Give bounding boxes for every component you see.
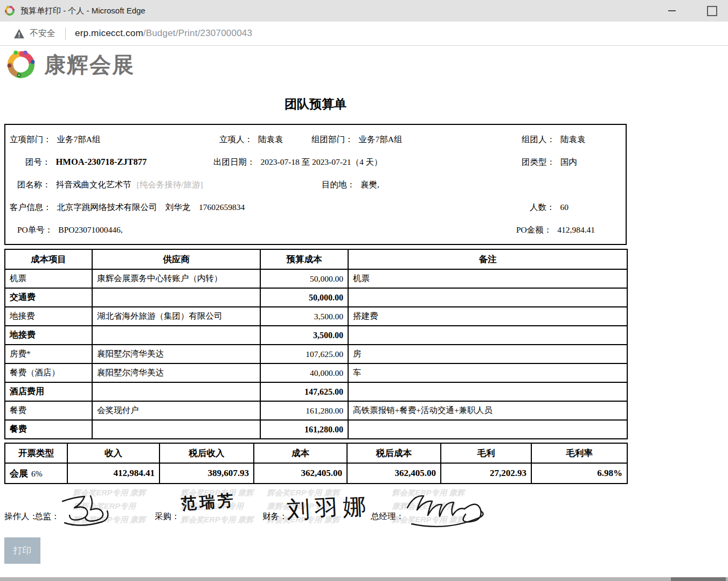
maximize-button[interactable] [701, 0, 723, 22]
cost-note [348, 382, 627, 401]
col-cost-after-tax: 税后成本 [347, 443, 441, 463]
cost-item: 酒店费用 [5, 382, 92, 401]
cost-supplier: 康辉会展票务中心转账户（内转） [92, 269, 260, 288]
cost-item: 餐费 [5, 420, 92, 439]
cost-item: 地接费 [5, 326, 92, 345]
cost-row: 餐费 会奖现付户 161,280.00 高铁票报销+餐费+活动交通+兼职人员 [5, 401, 627, 420]
info-customer: 客户信息：北京字跳网络技术有限公司 刘华龙 17602659834 [10, 201, 245, 213]
brand-name: 康辉会展 [44, 50, 135, 80]
minimize-button[interactable] [661, 0, 683, 22]
cost-supplier [92, 288, 260, 307]
cost-supplier [92, 382, 260, 401]
info-group-type: 团类型：国内 [522, 156, 577, 168]
cost-note [348, 288, 627, 307]
cost-row: 房费* 襄阳墅尔湾华美达 107,625.00 房 [5, 345, 627, 363]
address-bar[interactable]: 不安全 erp.micecct.com/Budget/Print/2307000… [0, 22, 728, 46]
browser-window: 预算单打印 - 个人 - Microsoft Edge 不安全 erp.mice… [0, 0, 728, 581]
info-group-dept: 组团部门：业务7部A组 [311, 134, 402, 145]
minimize-icon [668, 10, 676, 11]
info-project-dept: 立项部门：业务7部A组 [10, 134, 100, 145]
cost-note: 车 [348, 363, 627, 382]
cost-table: 成本项目 供应商 预算成本 备注 机票 康辉会展票务中心转账户（内转） 50,0… [4, 249, 628, 439]
cost-row: 地接费 湖北省海外旅游（集团）有限公司 3,500.00 搭建费 [5, 307, 627, 326]
cost-supplier [92, 326, 260, 345]
info-group-number: 团号：HMOA-230718-ZJT877 [25, 156, 147, 168]
director-signature [55, 487, 128, 533]
col-income-after-tax: 税后收入 [160, 443, 254, 463]
income-after-tax-cell: 389,607.93 [160, 463, 254, 484]
print-button[interactable]: 打印 [4, 537, 40, 564]
col-supplier: 供应商 [92, 249, 260, 269]
col-cost: 成本 [254, 443, 347, 463]
cost-subtotal-row: 餐费 161,280.00 [5, 420, 627, 439]
gross-profit-cell: 27,202.93 [441, 463, 531, 484]
cost-item: 房费* [5, 345, 92, 363]
cost-row: 机票 康辉会展票务中心转账户（内转） 50,000.00 机票 [5, 269, 627, 288]
gross-margin-cell: 6.98% [531, 463, 627, 484]
kanghui-logo-icon [4, 48, 38, 81]
income-cell: 412,984.41 [67, 463, 160, 484]
info-group-name: 团名称：抖音戏曲文化艺术节[纯会务接待/旅游] [17, 179, 203, 191]
col-invoice-type: 开票类型 [5, 443, 67, 463]
maximize-icon [707, 6, 717, 16]
group-name-tag: [纯会务接待/旅游] [137, 180, 203, 189]
purchase-label: 采购： [155, 511, 180, 522]
signature-section: 辉会奖ERP专用 康辉 康辉会奖ERP专用 辉会奖ERP专用 康辉 辉会奖ERP… [0, 485, 728, 535]
cost-amount: 161,280.00 [260, 401, 348, 420]
cost-amount: 50,000.00 [260, 288, 348, 307]
cost-supplier [92, 420, 260, 439]
info-destination: 目的地：襄樊, [322, 179, 379, 191]
cost-subtotal-row: 交通费 50,000.00 [5, 288, 627, 307]
app-favicon-icon [4, 5, 16, 17]
info-headcount: 人数：60 [530, 201, 568, 213]
summary-data-row: 会展6% 412,984.41 389,607.93 362,405.00 36… [5, 463, 627, 484]
col-budget-cost: 预算成本 [260, 249, 348, 269]
window-title: 预算单打印 - 个人 - Microsoft Edge [20, 6, 145, 16]
url-domain: erp.micecct.com [75, 28, 143, 38]
horizontal-scrollbar-thumb[interactable] [671, 577, 726, 581]
cost-supplier: 襄阳墅尔湾华美达 [92, 363, 260, 382]
cost-item: 交通费 [5, 288, 92, 307]
invoice-rate: 6% [31, 469, 43, 478]
info-trip-dates: 出团日期：2023-07-18 至 2023-07-21（4 天） [213, 156, 383, 168]
cost-subtotal-row: 地接费 3,500.00 [5, 326, 627, 345]
cost-after-tax-cell: 362,405.00 [347, 463, 441, 484]
col-note: 备注 [348, 249, 627, 269]
col-gross-profit: 毛利 [441, 443, 531, 463]
cost-supplier: 会奖现付户 [92, 401, 260, 420]
cost-amount: 161,280.00 [260, 420, 348, 439]
cost-note: 高铁票报销+餐费+活动交通+兼职人员 [348, 401, 627, 420]
info-group-owner: 组团人：陆袁袁 [522, 134, 586, 145]
cost-amount: 3,500.00 [260, 307, 348, 326]
cost-note: 房 [348, 345, 627, 363]
summary-header-row: 开票类型 收入 税后收入 成本 税后成本 毛利 毛利率 [5, 443, 627, 463]
cost-note: 搭建费 [348, 307, 627, 326]
security-status-label: 不安全 [30, 28, 56, 39]
finance-signature: 刘羽娜 [286, 491, 372, 526]
document-title: 团队预算单 [4, 96, 627, 113]
cost-item: 地接费 [5, 307, 92, 326]
col-gross-margin: 毛利率 [531, 443, 627, 463]
not-secure-warning-icon[interactable] [13, 29, 25, 39]
cost-item: 餐费 [5, 401, 92, 420]
cost-note: 机票 [348, 269, 627, 288]
url-text[interactable]: erp.micecct.com/Budget/Print/2307000043 [75, 28, 252, 39]
gm-signature [399, 485, 496, 533]
trip-info-box: 立项部门：业务7部A组 立项人：陆袁袁 组团部门：业务7部A组 组团人：陆袁袁 … [4, 124, 627, 245]
page-content: 康辉会展 团队预算单 立项部门：业务7部A组 立项人：陆袁袁 组团部门：业务7部… [0, 47, 728, 564]
url-path: /Budget/Print/2307000043 [143, 28, 252, 38]
col-cost-item: 成本项目 [5, 249, 92, 269]
cost-supplier: 湖北省海外旅游（集团）有限公司 [92, 307, 260, 326]
cost-item: 餐费（酒店） [5, 363, 92, 382]
cost-item: 机票 [5, 269, 92, 288]
horizontal-scrollbar[interactable] [0, 577, 728, 581]
gm-label: 总经理： [371, 511, 404, 522]
cost-amount: 107,625.00 [260, 345, 348, 363]
titlebar: 预算单打印 - 个人 - Microsoft Edge [0, 0, 728, 22]
info-po-amount: PO金额：412,984.41 [516, 224, 595, 236]
summary-table: 开票类型 收入 税后收入 成本 税后成本 毛利 毛利率 会展6% 412,984… [4, 443, 628, 484]
cost-amount: 147,625.00 [260, 382, 348, 401]
col-income: 收入 [67, 443, 160, 463]
cost-note [348, 420, 627, 439]
info-project-owner: 立项人：陆袁袁 [219, 134, 283, 145]
